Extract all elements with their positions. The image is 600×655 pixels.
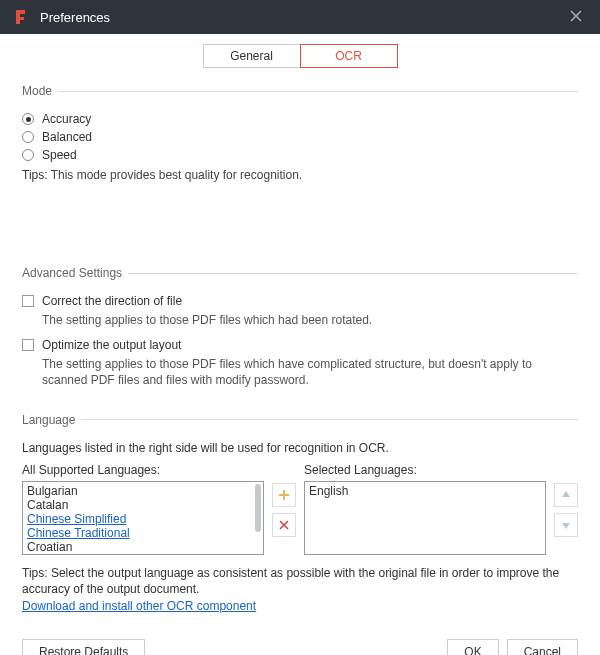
add-language-button[interactable] (272, 483, 296, 507)
language-tips-label: Tips: (22, 566, 48, 580)
mode-balanced-label: Balanced (42, 130, 92, 144)
move-down-button[interactable] (554, 513, 578, 537)
mode-group: Mode Accuracy Balanced Speed Tips: This … (22, 84, 578, 182)
scrollbar-thumb[interactable] (255, 484, 261, 532)
titlebar: Preferences (0, 0, 600, 34)
selected-languages-col: Selected Languages: English (304, 463, 546, 555)
language-legend: Language (22, 413, 81, 427)
checkbox-correct-direction[interactable] (22, 295, 34, 307)
radio-balanced[interactable] (22, 131, 34, 143)
close-icon[interactable] (564, 4, 588, 30)
optimize-layout-label: Optimize the output layout (42, 338, 181, 352)
language-group: Language Languages listed in the right s… (22, 413, 578, 615)
advanced-group: Advanced Settings Correct the direction … (22, 266, 578, 399)
remove-language-button[interactable] (272, 513, 296, 537)
radio-accuracy[interactable] (22, 113, 34, 125)
tab-ocr[interactable]: OCR (300, 44, 398, 68)
list-item[interactable]: Bulgarian (27, 484, 259, 498)
tab-general[interactable]: General (203, 44, 301, 68)
all-languages-col: All Supported Languages: BulgarianCatala… (22, 463, 264, 555)
restore-defaults-button[interactable]: Restore Defaults (22, 639, 145, 655)
move-up-button[interactable] (554, 483, 578, 507)
list-item[interactable]: Chinese Simplified (27, 512, 259, 526)
app-icon (12, 8, 30, 26)
list-item[interactable]: Chinese Traditional (27, 526, 259, 540)
mode-tips: Tips: This mode provides best quality fo… (22, 168, 578, 182)
ok-button[interactable]: OK (447, 639, 498, 655)
mode-accuracy-label: Accuracy (42, 112, 91, 126)
transfer-buttons (272, 483, 296, 537)
all-languages-listbox[interactable]: BulgarianCatalanChinese SimplifiedChines… (22, 481, 264, 555)
mode-legend: Mode (22, 84, 58, 98)
advanced-legend: Advanced Settings (22, 266, 128, 280)
selected-languages-header: Selected Languages: (304, 463, 546, 477)
footer: Restore Defaults OK Cancel (22, 639, 578, 655)
radio-speed[interactable] (22, 149, 34, 161)
optimize-layout-desc: The setting applies to those PDF files w… (42, 356, 578, 388)
correct-direction-label: Correct the direction of file (42, 294, 182, 308)
optimize-layout-row[interactable]: Optimize the output layout (22, 338, 578, 352)
language-tips: Tips: Select the output language as cons… (22, 565, 578, 615)
language-intro: Languages listed in the right side will … (22, 441, 578, 455)
list-item[interactable]: Croatian (27, 540, 259, 554)
mode-tips-label: Tips: (22, 168, 48, 182)
language-columns: All Supported Languages: BulgarianCatala… (22, 463, 578, 555)
mode-speed-label: Speed (42, 148, 77, 162)
content: General OCR Mode Accuracy Balanced Speed… (0, 34, 600, 655)
cancel-button[interactable]: Cancel (507, 639, 578, 655)
language-tips-text: Select the output language as consistent… (22, 566, 559, 597)
window-title: Preferences (40, 10, 110, 25)
mode-balanced-row[interactable]: Balanced (22, 130, 578, 144)
all-languages-header: All Supported Languages: (22, 463, 264, 477)
selected-languages-listbox[interactable]: English (304, 481, 546, 555)
list-item[interactable]: Catalan (27, 498, 259, 512)
download-ocr-link[interactable]: Download and install other OCR component (22, 599, 256, 613)
mode-tips-text: This mode provides best quality for reco… (51, 168, 302, 182)
list-item[interactable]: English (309, 484, 541, 498)
correct-direction-desc: The setting applies to those PDF files w… (42, 312, 578, 328)
correct-direction-row[interactable]: Correct the direction of file (22, 294, 578, 308)
checkbox-optimize-layout[interactable] (22, 339, 34, 351)
order-buttons (554, 483, 578, 537)
tab-row: General OCR (22, 44, 578, 68)
mode-accuracy-row[interactable]: Accuracy (22, 112, 578, 126)
mode-speed-row[interactable]: Speed (22, 148, 578, 162)
